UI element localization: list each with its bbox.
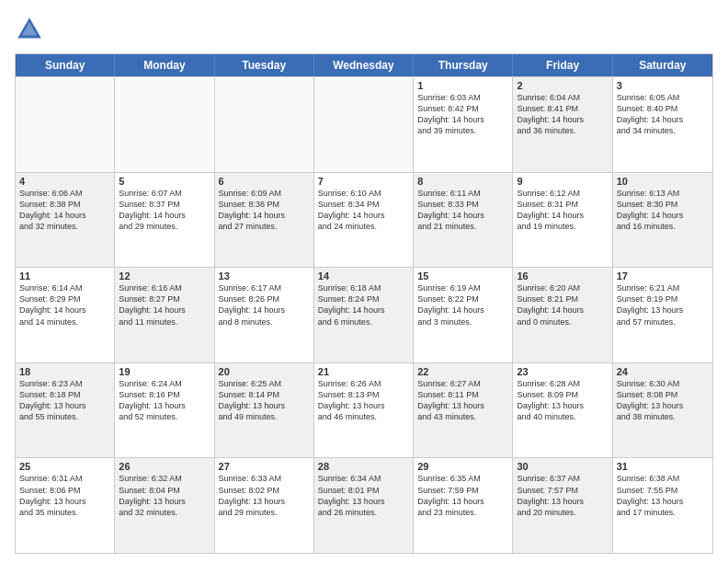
calendar-cell: 6Sunrise: 6:09 AM Sunset: 8:36 PM Daylig… (215, 173, 314, 268)
day-info: Sunrise: 6:07 AM Sunset: 8:37 PM Dayligh… (119, 188, 210, 233)
calendar-cell: 19Sunrise: 6:24 AM Sunset: 8:16 PM Dayli… (115, 363, 214, 458)
header (15, 15, 713, 44)
header-day: Friday (513, 54, 612, 76)
day-info: Sunrise: 6:38 AM Sunset: 7:55 PM Dayligh… (617, 473, 709, 518)
calendar-cell: 27Sunrise: 6:33 AM Sunset: 8:02 PM Dayli… (215, 458, 314, 553)
day-number: 28 (318, 461, 409, 472)
calendar-cell: 16Sunrise: 6:20 AM Sunset: 8:21 PM Dayli… (513, 268, 612, 362)
day-info: Sunrise: 6:05 AM Sunset: 8:40 PM Dayligh… (617, 92, 709, 137)
day-number: 2 (517, 80, 608, 91)
day-number: 5 (119, 176, 210, 187)
header-day: Tuesday (215, 54, 314, 76)
day-number: 29 (417, 461, 508, 472)
day-info: Sunrise: 6:14 AM Sunset: 8:29 PM Dayligh… (19, 282, 110, 327)
calendar-header: SundayMondayTuesdayWednesdayThursdayFrid… (16, 54, 712, 76)
day-number: 8 (417, 176, 508, 187)
calendar-cell: 10Sunrise: 6:13 AM Sunset: 8:30 PM Dayli… (613, 173, 712, 268)
day-info: Sunrise: 6:35 AM Sunset: 7:59 PM Dayligh… (417, 473, 508, 518)
day-info: Sunrise: 6:13 AM Sunset: 8:30 PM Dayligh… (617, 188, 709, 233)
day-number: 10 (617, 176, 709, 187)
day-info: Sunrise: 6:11 AM Sunset: 8:33 PM Dayligh… (417, 188, 508, 233)
day-number: 4 (19, 176, 110, 187)
day-number: 11 (19, 270, 110, 282)
calendar-body: 1Sunrise: 6:03 AM Sunset: 8:42 PM Daylig… (16, 76, 712, 553)
day-info: Sunrise: 6:12 AM Sunset: 8:31 PM Dayligh… (517, 188, 608, 233)
calendar-cell: 5Sunrise: 6:07 AM Sunset: 8:37 PM Daylig… (115, 173, 214, 268)
day-info: Sunrise: 6:37 AM Sunset: 7:57 PM Dayligh… (517, 473, 608, 518)
calendar-row: 11Sunrise: 6:14 AM Sunset: 8:29 PM Dayli… (16, 267, 712, 362)
day-info: Sunrise: 6:25 AM Sunset: 8:14 PM Dayligh… (219, 378, 310, 423)
day-info: Sunrise: 6:09 AM Sunset: 8:36 PM Dayligh… (219, 188, 310, 233)
calendar-cell: 30Sunrise: 6:37 AM Sunset: 7:57 PM Dayli… (513, 458, 612, 553)
page: SundayMondayTuesdayWednesdayThursdayFrid… (0, 0, 728, 563)
calendar-cell: 25Sunrise: 6:31 AM Sunset: 8:06 PM Dayli… (16, 458, 115, 553)
calendar-cell: 18Sunrise: 6:23 AM Sunset: 8:18 PM Dayli… (16, 363, 115, 458)
day-number: 26 (119, 461, 210, 472)
day-info: Sunrise: 6:34 AM Sunset: 8:01 PM Dayligh… (318, 473, 409, 518)
day-info: Sunrise: 6:21 AM Sunset: 8:19 PM Dayligh… (617, 282, 709, 327)
calendar-cell: 23Sunrise: 6:28 AM Sunset: 8:09 PM Dayli… (513, 363, 612, 458)
day-number: 19 (119, 366, 210, 377)
day-info: Sunrise: 6:32 AM Sunset: 8:04 PM Dayligh… (119, 473, 210, 518)
day-info: Sunrise: 6:17 AM Sunset: 8:26 PM Dayligh… (219, 282, 310, 327)
day-number: 13 (219, 270, 310, 282)
day-info: Sunrise: 6:27 AM Sunset: 8:11 PM Dayligh… (417, 378, 508, 423)
calendar-cell: 21Sunrise: 6:26 AM Sunset: 8:13 PM Dayli… (314, 363, 414, 458)
calendar-cell: 22Sunrise: 6:27 AM Sunset: 8:11 PM Dayli… (414, 363, 513, 458)
calendar-cell: 20Sunrise: 6:25 AM Sunset: 8:14 PM Dayli… (215, 363, 314, 458)
calendar-cell: 14Sunrise: 6:18 AM Sunset: 8:24 PM Dayli… (314, 268, 414, 362)
day-number: 20 (219, 366, 310, 377)
day-info: Sunrise: 6:16 AM Sunset: 8:27 PM Dayligh… (119, 282, 210, 327)
day-number: 18 (19, 366, 110, 377)
calendar-cell: 15Sunrise: 6:19 AM Sunset: 8:22 PM Dayli… (414, 268, 513, 362)
day-info: Sunrise: 6:23 AM Sunset: 8:18 PM Dayligh… (19, 378, 110, 423)
calendar-cell: 2Sunrise: 6:04 AM Sunset: 8:41 PM Daylig… (513, 77, 612, 172)
calendar-cell: 29Sunrise: 6:35 AM Sunset: 7:59 PM Dayli… (414, 458, 513, 553)
day-info: Sunrise: 6:30 AM Sunset: 8:08 PM Dayligh… (617, 378, 709, 423)
day-number: 17 (617, 270, 709, 282)
calendar-cell: 13Sunrise: 6:17 AM Sunset: 8:26 PM Dayli… (215, 268, 314, 362)
day-number: 9 (517, 176, 608, 187)
day-number: 1 (417, 80, 508, 91)
calendar-cell (215, 77, 314, 172)
day-number: 23 (517, 366, 608, 377)
calendar-row: 18Sunrise: 6:23 AM Sunset: 8:18 PM Dayli… (16, 362, 712, 458)
calendar-cell: 24Sunrise: 6:30 AM Sunset: 8:08 PM Dayli… (613, 363, 712, 458)
calendar-cell: 3Sunrise: 6:05 AM Sunset: 8:40 PM Daylig… (613, 77, 712, 172)
calendar-cell: 31Sunrise: 6:38 AM Sunset: 7:55 PM Dayli… (613, 458, 712, 553)
calendar-cell: 7Sunrise: 6:10 AM Sunset: 8:34 PM Daylig… (314, 173, 414, 268)
day-info: Sunrise: 6:24 AM Sunset: 8:16 PM Dayligh… (119, 378, 210, 423)
day-info: Sunrise: 6:04 AM Sunset: 8:41 PM Dayligh… (517, 92, 608, 137)
day-info: Sunrise: 6:28 AM Sunset: 8:09 PM Dayligh… (517, 378, 608, 423)
logo (15, 15, 48, 44)
day-number: 3 (617, 80, 709, 91)
calendar-row: 25Sunrise: 6:31 AM Sunset: 8:06 PM Dayli… (16, 457, 712, 553)
calendar-row: 4Sunrise: 6:06 AM Sunset: 8:38 PM Daylig… (16, 172, 712, 268)
day-info: Sunrise: 6:26 AM Sunset: 8:13 PM Dayligh… (318, 378, 409, 423)
day-number: 12 (119, 270, 210, 282)
calendar-cell (314, 77, 414, 172)
calendar-row: 1Sunrise: 6:03 AM Sunset: 8:42 PM Daylig… (16, 76, 712, 172)
calendar-cell: 4Sunrise: 6:06 AM Sunset: 8:38 PM Daylig… (16, 173, 115, 268)
day-number: 14 (318, 270, 409, 282)
day-number: 25 (19, 461, 110, 472)
header-day: Thursday (414, 54, 513, 76)
day-info: Sunrise: 6:33 AM Sunset: 8:02 PM Dayligh… (219, 473, 310, 518)
calendar-cell: 12Sunrise: 6:16 AM Sunset: 8:27 PM Dayli… (115, 268, 214, 362)
day-info: Sunrise: 6:03 AM Sunset: 8:42 PM Dayligh… (417, 92, 508, 137)
day-number: 27 (219, 461, 310, 472)
header-day: Monday (115, 54, 214, 76)
day-number: 24 (617, 366, 709, 377)
day-number: 6 (219, 176, 310, 187)
calendar-cell (16, 77, 115, 172)
calendar-cell: 17Sunrise: 6:21 AM Sunset: 8:19 PM Dayli… (613, 268, 712, 362)
calendar-cell: 11Sunrise: 6:14 AM Sunset: 8:29 PM Dayli… (16, 268, 115, 362)
day-number: 7 (318, 176, 409, 187)
day-number: 15 (417, 270, 508, 282)
calendar-cell: 26Sunrise: 6:32 AM Sunset: 8:04 PM Dayli… (115, 458, 214, 553)
header-day: Saturday (613, 54, 712, 76)
day-number: 31 (617, 461, 709, 472)
day-info: Sunrise: 6:06 AM Sunset: 8:38 PM Dayligh… (19, 188, 110, 233)
day-info: Sunrise: 6:19 AM Sunset: 8:22 PM Dayligh… (417, 282, 508, 327)
day-number: 30 (517, 461, 608, 472)
